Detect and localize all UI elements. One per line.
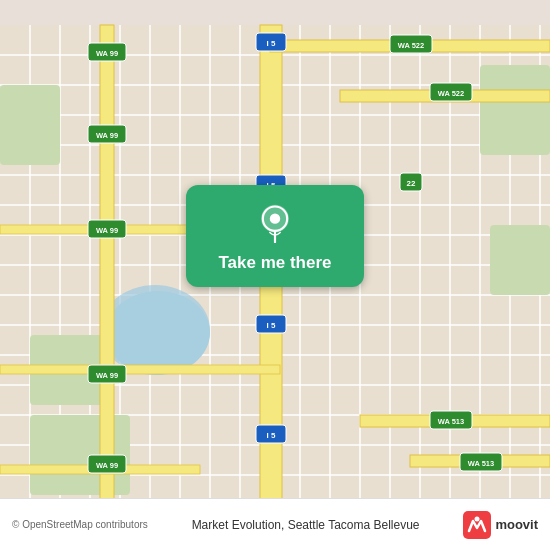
take-me-there-label: Take me there — [218, 253, 331, 273]
moovit-logo-icon — [463, 511, 491, 539]
svg-rect-49 — [0, 365, 280, 374]
svg-rect-82 — [463, 511, 491, 539]
svg-text:WA 99: WA 99 — [96, 49, 118, 58]
svg-text:WA 522: WA 522 — [438, 89, 464, 98]
svg-text:I 5: I 5 — [267, 321, 276, 330]
svg-text:WA 99: WA 99 — [96, 461, 118, 470]
location-name: Market Evolution, Seattle Tacoma Bellevu… — [148, 518, 464, 532]
svg-point-81 — [270, 213, 280, 223]
moovit-text: moovit — [495, 517, 538, 532]
svg-text:WA 522: WA 522 — [398, 41, 424, 50]
svg-text:WA 99: WA 99 — [96, 131, 118, 140]
bottom-bar: © OpenStreetMap contributors Market Evol… — [0, 498, 550, 550]
map-attribution: © OpenStreetMap contributors — [12, 519, 148, 530]
take-me-there-button[interactable]: Take me there — [186, 185, 364, 287]
moovit-logo: moovit — [463, 511, 538, 539]
svg-point-83 — [475, 516, 480, 521]
map-container: I 5 I 5 I 5 I 5 WA 99 WA 99 WA 99 WA 99 … — [0, 0, 550, 550]
svg-text:I 5: I 5 — [267, 431, 276, 440]
svg-text:WA 513: WA 513 — [438, 417, 464, 426]
svg-rect-36 — [480, 65, 550, 155]
svg-text:I 5: I 5 — [267, 39, 276, 48]
svg-text:WA 99: WA 99 — [96, 226, 118, 235]
svg-text:WA 99: WA 99 — [96, 371, 118, 380]
svg-rect-37 — [490, 225, 550, 295]
svg-text:WA 513: WA 513 — [468, 459, 494, 468]
location-pin-icon — [255, 203, 295, 243]
svg-text:22: 22 — [407, 179, 416, 188]
svg-rect-43 — [100, 25, 114, 525]
svg-point-41 — [106, 291, 210, 375]
svg-rect-35 — [0, 85, 60, 165]
